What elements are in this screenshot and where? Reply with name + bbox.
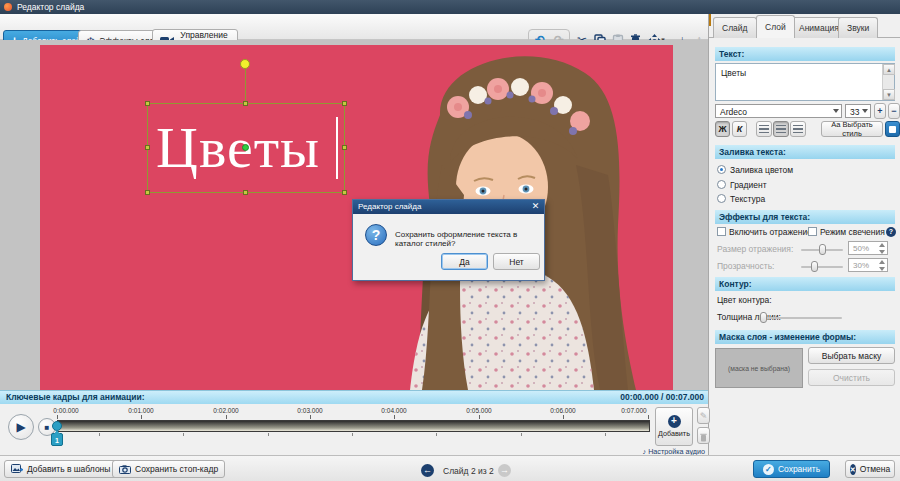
resize-handle-e[interactable] [342, 145, 347, 150]
play-button[interactable]: ▶ [8, 414, 34, 440]
reflection-checkbox[interactable] [717, 227, 726, 236]
time-display: 00:00.000 / 00:07.000 [620, 392, 704, 402]
align-left-button[interactable] [756, 121, 772, 137]
tick-label: 0:00.000 [53, 407, 78, 414]
rotation-handle[interactable] [240, 59, 250, 69]
font-select-value: Ardeco [720, 107, 747, 117]
fill-texture-radio[interactable] [717, 194, 726, 203]
timeline-title: Ключевые кадры для анимации: [6, 392, 145, 402]
add-to-templates-button[interactable]: Добавить в шаблоны [4, 460, 117, 478]
choose-style-button[interactable]: Аа Выбрать стиль [821, 121, 883, 137]
mask-placeholder: (маска не выбрана) [728, 365, 790, 372]
align-right-icon [793, 125, 803, 134]
arrow-left-icon: ← [423, 465, 432, 475]
chevron-down-icon [862, 109, 868, 113]
dialog-title: Редактор слайда [358, 202, 421, 211]
font-size-select[interactable]: 33 [845, 104, 871, 118]
cancel-button[interactable]: ✕ Отмена [845, 460, 895, 478]
outline-width-slider[interactable] [762, 317, 842, 319]
align-center-button[interactable] [773, 121, 789, 137]
next-slide-button[interactable]: → [498, 464, 511, 477]
bold-button[interactable]: Ж [715, 121, 730, 137]
prev-slide-button[interactable]: ← [421, 464, 434, 477]
glow-label: Режим свечения [820, 227, 885, 237]
pencil-icon: ✎ [700, 411, 708, 421]
resize-handle-n[interactable] [243, 101, 248, 106]
ruler-tick-minor [436, 433, 437, 436]
center-anchor[interactable] [242, 144, 249, 151]
help-icon[interactable]: ? [886, 227, 896, 237]
add-to-templates-label: Добавить в шаблоны [27, 464, 110, 474]
save-label: Сохранить [778, 464, 820, 474]
font-select[interactable]: Ardeco [715, 104, 842, 118]
text-input[interactable]: Цветы ▲ ▼ [715, 63, 895, 101]
align-right-button[interactable] [790, 121, 806, 137]
align-left-icon [759, 125, 769, 134]
save-stop-frame-button[interactable]: Сохранить стоп-кадр [112, 460, 225, 478]
resize-handle-sw[interactable] [145, 190, 150, 195]
textbox-scrollbar[interactable]: ▲ ▼ [882, 64, 894, 100]
reflection-size-slider[interactable] [801, 249, 843, 251]
window-title: Редактор слайда [17, 2, 84, 12]
keyframe-marker[interactable]: 1 [51, 433, 63, 446]
timeline-track[interactable] [57, 420, 650, 432]
yes-button[interactable]: Да [441, 253, 488, 270]
opacity-spin[interactable]: 30% [848, 258, 888, 272]
resize-handle-s[interactable] [243, 190, 248, 195]
align-center-icon [776, 125, 786, 134]
fill-color-radio[interactable] [717, 165, 726, 174]
add-keyframe-button[interactable]: + Добавить [655, 407, 693, 446]
opacity-slider[interactable] [801, 266, 843, 268]
delete-keyframe-button[interactable] [697, 427, 710, 444]
outline-color-swatch[interactable] [709, 14, 711, 26]
ruler-tick [141, 415, 142, 419]
reflection-size-thumb[interactable] [819, 244, 826, 255]
opacity-thumb[interactable] [811, 261, 818, 272]
no-button[interactable]: Нет [493, 253, 540, 270]
tab-sounds[interactable]: Звуки [838, 17, 878, 38]
ruler-tick [479, 415, 480, 419]
outline-color-label: Цвет контура: [717, 295, 772, 305]
scroll-down-icon[interactable]: ▼ [883, 89, 895, 100]
add-template-icon [11, 464, 23, 474]
fill-gradient-radio[interactable] [717, 180, 726, 189]
tab-slide[interactable]: Слайд [713, 17, 757, 38]
titlebar: Редактор слайда [0, 0, 900, 14]
ruler-tick [563, 415, 564, 419]
reflection-size-spin[interactable]: 50% [848, 241, 888, 255]
edit-keyframe-button[interactable]: ✎ [697, 407, 710, 424]
increase-size-button[interactable]: + [874, 103, 886, 119]
mask-section-header: Маска слоя - изменение формы: [715, 330, 895, 344]
tick-label: 0:02.000 [213, 407, 238, 414]
opacity-value: 30% [853, 261, 869, 270]
bottom-bar: Добавить в шаблоны Сохранить стоп-кадр ←… [0, 455, 900, 481]
font-size-value: 33 [850, 107, 859, 117]
spin-down-icon[interactable] [878, 249, 886, 255]
clear-mask-button[interactable]: Очистить [808, 369, 895, 386]
resize-handle-ne[interactable] [342, 101, 347, 106]
glow-checkbox[interactable] [808, 227, 817, 236]
fill-color-label: Заливка цветом [730, 165, 793, 175]
resize-handle-nw[interactable] [145, 101, 150, 106]
resize-handle-se[interactable] [342, 190, 347, 195]
resize-handle-w[interactable] [145, 145, 150, 150]
outline-section-header: Контур: [715, 277, 895, 291]
save-style-button[interactable] [885, 121, 900, 137]
app-icon [4, 3, 12, 11]
check-icon: ✓ [763, 464, 774, 475]
spin-down-icon[interactable] [878, 266, 886, 272]
spin-up-icon[interactable] [878, 242, 886, 248]
save-button[interactable]: ✓ Сохранить [753, 460, 830, 478]
decrease-size-button[interactable]: − [888, 103, 900, 119]
reflection-size-label: Размер отражения: [717, 244, 793, 254]
close-icon[interactable]: ✕ [529, 201, 542, 212]
dialog-titlebar[interactable]: Редактор слайда [353, 200, 544, 214]
tab-layer[interactable]: Слой [756, 15, 795, 38]
select-mask-button[interactable]: Выбрать маску [808, 347, 895, 364]
tick-label: 0:01.000 [128, 407, 153, 414]
outline-width-thumb[interactable] [760, 312, 767, 323]
ruler-tick-minor [183, 433, 184, 436]
italic-button[interactable]: К [732, 121, 747, 137]
scroll-up-icon[interactable]: ▲ [883, 64, 895, 75]
spin-up-icon[interactable] [878, 259, 886, 265]
